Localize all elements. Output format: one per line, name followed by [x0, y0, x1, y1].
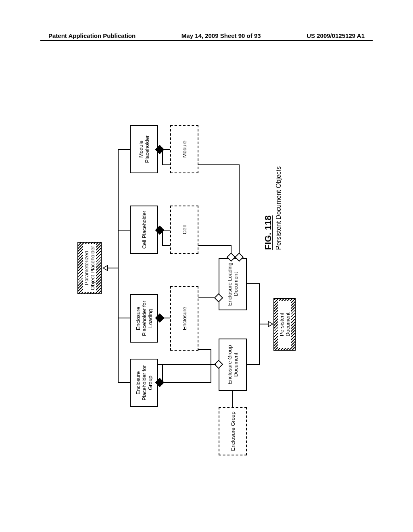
inheritance-triangle-top	[102, 265, 108, 271]
conn-cp-h1	[162, 230, 163, 246]
conn-h-bus	[118, 149, 119, 383]
conn-mp-h1	[162, 149, 163, 165]
box-cell: Cell	[170, 206, 198, 254]
conn-egd-up	[158, 364, 216, 365]
conn-v3	[118, 318, 130, 318]
conn-egd-h	[162, 364, 163, 383]
conn-epl-v	[162, 318, 170, 318]
box-cell-placeholder: Cell Placeholder	[130, 206, 158, 254]
box-module: Module	[170, 125, 198, 173]
conn-epg-h	[211, 349, 211, 383]
box-enclosure-placeholder-group: Enclosure Placeholder for Group	[130, 359, 158, 407]
box-enclosure-group-document: Enclosure Group Document	[219, 339, 247, 391]
conn-v2	[118, 382, 130, 383]
header-left: Patent Application Publication	[48, 32, 136, 39]
conn-mp-h2	[239, 164, 240, 253]
box-persistent-document: Persistent Document	[273, 298, 296, 351]
conn-eg-egd	[232, 391, 233, 407]
header-right: US 2009/0125129 A1	[307, 32, 365, 39]
conn-mp-v	[162, 149, 170, 150]
page-header: Patent Application Publication May 14, 2…	[0, 32, 413, 39]
box-enclosure-loading-document: Enclosure Loading Document	[219, 258, 247, 310]
box-enclosure-placeholder-loading: Enclosure Placeholder for Loading	[130, 294, 158, 343]
header-rule	[40, 40, 373, 41]
conn-epg-v	[162, 382, 211, 383]
figure-subtitle: Persistent Document Objects	[275, 166, 282, 250]
conn-cp-v	[162, 230, 170, 231]
figure-label: FIG. 118	[263, 215, 273, 250]
conn-v1	[108, 268, 118, 268]
uml-diagram: Parameterized Object Placeholder Enclosu…	[77, 101, 336, 431]
conn-eld-down	[247, 283, 259, 284]
box-enclosure: Enclosure	[170, 286, 198, 351]
diagram-container: Parameterized Object Placeholder Enclosu…	[77, 101, 336, 431]
box-parameterized-object-placeholder: Parameterized Object Placeholder	[77, 242, 102, 294]
inheritance-triangle-bottom	[268, 321, 273, 327]
header-center: May 14, 2009 Sheet 90 of 93	[181, 32, 261, 39]
conn-egd-down	[247, 364, 259, 365]
box-module-placeholder: Module Placeholder	[130, 125, 158, 173]
conn-v5	[118, 149, 130, 150]
conn-v4	[118, 230, 130, 231]
box-enclosure-group: Enclosure Group	[219, 407, 247, 455]
conn-pd-v	[259, 324, 269, 324]
